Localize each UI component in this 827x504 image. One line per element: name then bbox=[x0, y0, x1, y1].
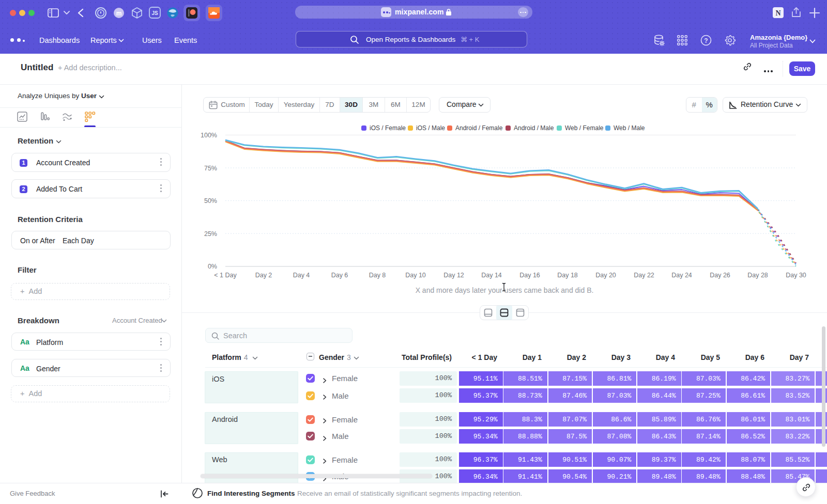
svg-text:N: N bbox=[775, 9, 780, 17]
svg-text:?: ? bbox=[704, 37, 708, 44]
svg-text:JS: JS bbox=[151, 10, 158, 16]
svg-text:m: m bbox=[116, 10, 122, 17]
